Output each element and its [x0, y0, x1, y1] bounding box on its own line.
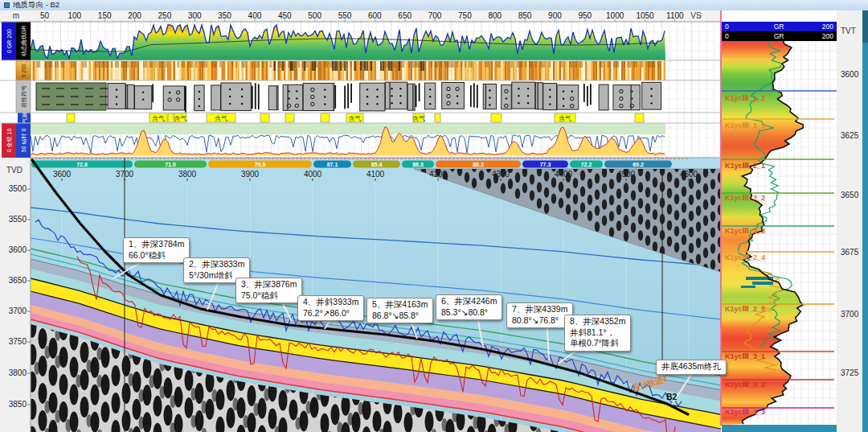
annotation-line: 76.2°↗86.0° — [303, 308, 350, 318]
geosteering-graphics: m501001502002503003504004505005506006507… — [0, 0, 868, 432]
top-tracks: m501001502002503003504004505005506006507… — [0, 10, 722, 158]
annotation-line: 5°/30m增斜 — [189, 270, 232, 280]
vs-axis-tick: 4500 — [617, 170, 636, 179]
tvd-axis-tick: 3550 — [9, 215, 27, 224]
trajectory-annotation: 6、井深4246m85.3°↘80.8° — [436, 294, 502, 320]
gas-bearing-label: 含气 — [412, 115, 425, 122]
gr-scale-header: 0 GR 200 — [6, 29, 12, 53]
tvt-axis-tick: 3600 — [841, 70, 859, 79]
annotation-line: 75.0°稳斜 — [241, 290, 278, 300]
trajectory-annotation: 3、井深3876m75.0°稳斜 — [235, 278, 302, 303]
vs-axis-tick: 4600 — [680, 170, 698, 179]
annotation-line: 80.8°↘76.8° — [512, 315, 559, 325]
tvt-axis-tick: 3700 — [841, 310, 859, 319]
colorbar-scale-header: 0 200 — [21, 64, 27, 77]
ruler-tick: 250 — [158, 11, 172, 20]
annotation-line: 1、井深3784m — [129, 239, 184, 249]
vs-axis-tick: 3600 — [53, 170, 72, 179]
vs-axis-tick: 4100 — [366, 170, 385, 179]
gr-header-black: GR — [774, 32, 784, 40]
tvt-axis-label: TVT — [841, 27, 856, 35]
gas-bearing-label: 含气 — [174, 115, 187, 122]
ruler-tick: 1100 — [666, 11, 684, 20]
formation-label: K1ycⅢ_3_1 — [725, 352, 765, 360]
trajectory-annotation: 井底4635m终孔 — [656, 360, 727, 375]
ruler-tick: 50 — [40, 11, 50, 20]
annotation-line: 井斜81.1°， — [570, 327, 615, 337]
gas-bearing-label: 含气 — [152, 115, 165, 122]
formation-label: K1ycⅢ_1_2 — [725, 94, 765, 102]
ruler-tick: 300 — [188, 11, 202, 20]
lithology-header: 岩性符号 — [21, 85, 27, 108]
trajectory-annotation: 8、井深4352m井斜81.1°，单根0.7°降斜 — [564, 315, 631, 352]
ruler-tick: 1000 — [606, 11, 624, 20]
gas-bearing-mark — [260, 113, 269, 122]
tvd-axis-tick: 3600 — [9, 245, 27, 254]
ruler-vs-label: VS — [690, 11, 702, 20]
ruler-tick: 200 — [128, 11, 141, 20]
formation-label: K1ycⅢ_2_1 — [725, 162, 765, 170]
segment-quality-value: 71.0 — [165, 162, 176, 167]
trajectory-annotation: 5、井深4163m86.8°↘85.8° — [366, 298, 433, 323]
well-name-label: B2 — [666, 392, 677, 401]
annotation-line: 66.0°稳斜 — [129, 250, 166, 260]
gas-bearing-mark — [321, 113, 330, 122]
tvd-axis-tick: 3850 — [9, 400, 27, 409]
ruler-unit: m — [13, 11, 19, 20]
vs-axis-tick: 3900 — [241, 170, 260, 179]
gas-header: 气测 — [22, 113, 28, 124]
ruler-tick: 150 — [98, 11, 112, 20]
annotation-line: 8、井深4352m — [570, 316, 625, 326]
trajectory-annotation: 1、井深3784m66.0°稳斜 — [123, 237, 190, 263]
segment-quality-value: 80.3 — [473, 162, 484, 167]
gas-bearing-mark — [285, 113, 294, 122]
segment-quality-value: 72.2 — [581, 162, 592, 167]
ruler-tick: 600 — [368, 11, 382, 20]
window-titlebar[interactable]: 地质导向 - B2 — [0, 0, 868, 10]
right-scrollbar[interactable] — [862, 10, 868, 432]
vs-axis-tick: 3800 — [178, 170, 197, 179]
vs-axis-tick: 4200 — [429, 170, 448, 179]
gas-bearing-mark — [491, 113, 502, 122]
gas-bearing-label: 含气 — [349, 115, 362, 122]
window-title: 地质导向 - B2 — [13, 0, 59, 10]
segment-quality-value: 86.3 — [412, 162, 424, 167]
annotation-line: 5、井深4163m — [372, 299, 428, 309]
ruler-tick: 350 — [218, 11, 231, 20]
gr-header-blue: GR — [774, 23, 784, 31]
ruler-tick: 650 — [398, 11, 411, 20]
formation-label: K1ycⅢ_3_2 — [725, 381, 765, 389]
tvd-axis-label: TVD — [6, 166, 23, 175]
segment-quality-value: 77.3 — [540, 162, 551, 167]
tvd-axis-tick: 3800 — [9, 368, 27, 377]
gas-bearing-label: 含气 — [559, 115, 571, 122]
svg-text:200: 200 — [822, 32, 833, 40]
formation-label: K1ycⅢ_2_2 — [725, 194, 765, 202]
annotation-line: 3、井深3876m — [241, 279, 297, 289]
annotation-line: 6、井深4246m — [441, 296, 497, 306]
formation-label: K1ycⅢ_1_3 — [725, 121, 765, 130]
segment-quality-value: 87.1 — [327, 162, 338, 167]
annotation-line: 86.8°↘85.8° — [372, 311, 419, 320]
ruler-tick: 900 — [548, 11, 562, 20]
tvt-axis: TVT360036253650367537003725 — [837, 10, 862, 432]
tvd-axis: TVD35003550360036503700375038003850 — [0, 158, 31, 432]
gr-dynamic-header: 动态曲线GR — [21, 26, 27, 57]
annotation-line: 2、井深3833m — [189, 259, 244, 269]
vs-axis-tick: 4400 — [555, 170, 573, 179]
trajectory-annotation: 4、井斜3933m76.2°↗86.0° — [297, 295, 364, 321]
segment-quality-value: 85.4 — [371, 162, 383, 167]
svg-text:200: 200 — [822, 23, 833, 31]
segment-quality-value: 69.2 — [633, 162, 644, 167]
ruler-tick: 100 — [68, 11, 82, 20]
trajectory-annotation: 7、井深4339m80.8°↘76.8° — [506, 302, 573, 328]
ruler-tick: 450 — [278, 11, 292, 20]
gas-bearing-mark — [435, 113, 440, 122]
tvd-axis-tick: 3650 — [9, 276, 27, 285]
segment-quality-value: 79.9 — [255, 162, 266, 167]
annotation-line: 7、井深4339m — [512, 304, 567, 314]
geosteering-window: 地质导向 - B2 m50100150200250300350400450500… — [0, 0, 868, 432]
gas-bearing-mark — [635, 113, 644, 122]
formation-label: K1ycⅢ_2_4 — [725, 253, 765, 261]
total-hc-header: 0 全烃 10 — [6, 129, 12, 153]
